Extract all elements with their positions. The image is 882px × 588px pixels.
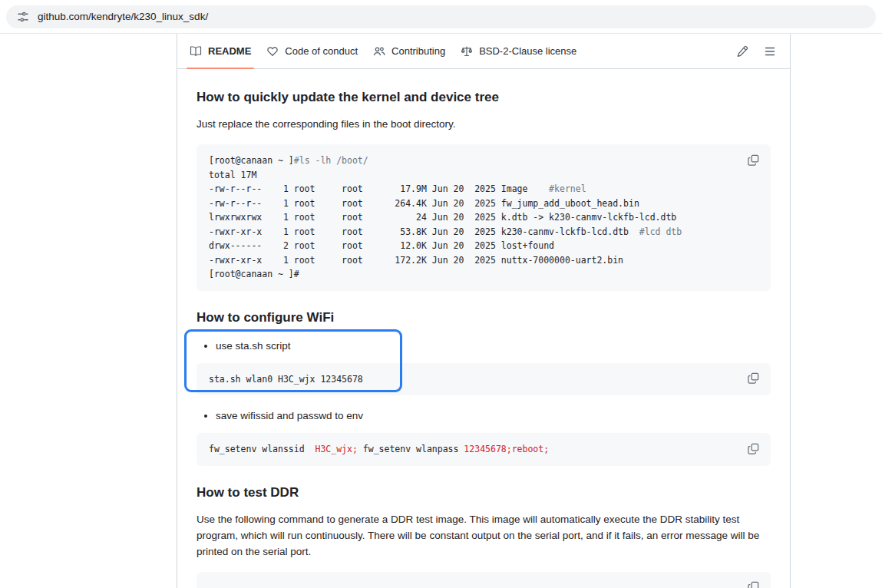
people-icon [373,45,385,58]
code-text: [root@canaan ~ ]#ls -lh /boot/total 17M-… [209,154,758,282]
edit-readme-button[interactable] [736,45,748,58]
code-of-conduct-icon [266,45,279,58]
readme-content: How to quickly update the kernel and dev… [177,69,790,588]
copy-icon [748,154,759,166]
tab-license[interactable]: BSD-2-Clause license [454,34,583,68]
tab-license-label: BSD-2-Clause license [479,45,576,57]
code-block-sta: sta.sh wlan0 H3C_wjx 12345678 [197,363,771,396]
section-heading-ddr: How to test DDR [197,484,771,500]
code-block-fwsetenv: fw_setenv wlanssid H3C_wjx; fw_setenv wl… [197,433,771,466]
outline-button[interactable] [764,45,776,58]
list-item: use sta.sh script [216,338,771,354]
book-icon [190,45,202,58]
section-heading-kernel: How to quickly update the kernel and dev… [197,89,771,105]
tab-contributing[interactable]: Contributing [367,34,451,68]
copy-icon [748,372,759,384]
code-block-ddr [197,572,771,588]
copy-button[interactable] [745,370,761,387]
readme-tab-bar: README Code of conduct Contributing BSD-… [177,34,790,69]
browser-chrome: github.com/kendryte/k230_linux_sdk/ [0,0,882,34]
copy-button[interactable] [745,151,761,168]
url-text: github.com/kendryte/k230_linux_sdk/ [38,11,208,22]
copy-icon [748,581,759,588]
kernel-intro-paragraph: Just replace the corresponding files in … [197,116,771,132]
address-bar[interactable]: github.com/kendryte/k230_linux_sdk/ [6,5,876,28]
ddr-intro-paragraph: Use the following command to generate a … [197,511,771,560]
tab-contributing-label: Contributing [391,45,445,57]
copy-button[interactable] [745,440,761,457]
readme-card: README Code of conduct Contributing BSD-… [177,34,791,588]
tab-actions [736,45,784,58]
list-icon [764,45,776,58]
site-permissions-icon[interactable] [17,11,29,23]
wifi-list-2: save wifissid and passwd to env [197,408,771,424]
tab-readme[interactable]: README [183,34,257,68]
tab-code-of-conduct[interactable]: Code of conduct [260,34,364,68]
list-item: save wifissid and passwd to env [216,408,771,424]
copy-button[interactable] [745,579,761,588]
copy-icon [748,443,759,454]
pencil-icon [736,45,748,58]
law-scales-icon [461,45,473,58]
code-text: fw_setenv wlanssid H3C_wjx; fw_setenv wl… [209,442,758,457]
code-block-boot-ls: [root@canaan ~ ]#ls -lh /boot/total 17M-… [197,144,771,291]
tab-code-of-conduct-label: Code of conduct [285,45,358,57]
tab-readme-label: README [208,45,251,57]
section-heading-wifi: How to configure WiFi [197,309,771,325]
code-text: sta.sh wlan0 H3C_wjx 12345678 [209,372,758,387]
wifi-list-1: use sta.sh script [197,338,771,354]
